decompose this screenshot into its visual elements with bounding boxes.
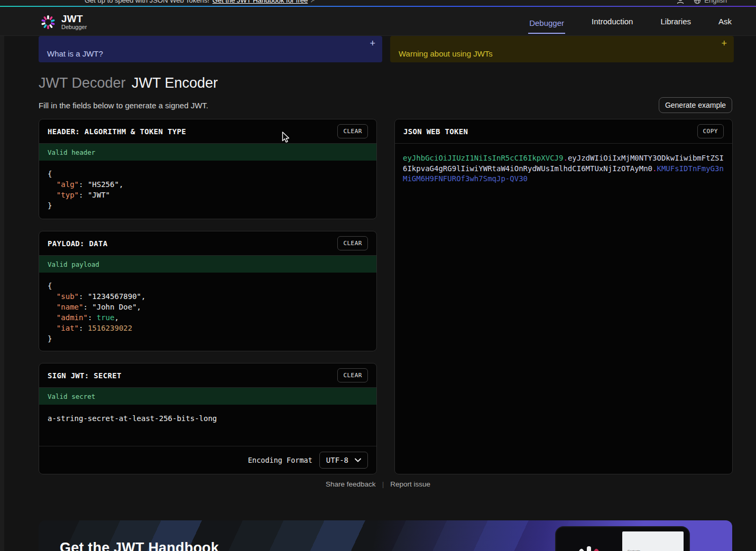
secret-card-title: SIGN JWT: SECRET (48, 371, 122, 380)
payload-card: PAYLOAD: DATA CLEAR Valid payload { "sub… (39, 231, 377, 351)
promo-bar: Get up to speed with JSON Web Tokens!Get… (0, 0, 756, 6)
feedback-separator: | (382, 480, 384, 488)
notice-what-is-jwt[interactable]: What is a JWT? + (39, 36, 382, 62)
logo-title: JWT (61, 14, 87, 24)
handbook-page: Contents (622, 531, 684, 551)
promo-text: Get up to speed with JSON Web Tokens! (85, 0, 209, 4)
payload-clear-button[interactable]: CLEAR (337, 236, 368, 250)
encoding-format-value: UTF-8 (326, 456, 348, 464)
nav-item-introduction[interactable]: Introduction (591, 14, 634, 29)
language-label: English (704, 0, 727, 4)
report-issue-link[interactable]: Report issue (390, 480, 430, 488)
token-copy-button[interactable]: COPY (697, 124, 724, 138)
notice-title: Warning about using JWTs (399, 49, 493, 58)
external-link-icon: ↗ (310, 0, 315, 4)
json-web-token-card: JSON WEB TOKEN COPY eyJhbGciOiJIUzI1NiIs… (394, 119, 733, 474)
payload-json-editor[interactable]: { "sub": "1234567890", "name": "John Doe… (39, 273, 376, 351)
app-header: JWT Debugger Debugger Introduction Libra… (0, 7, 756, 36)
encoding-format-select[interactable]: UTF-8 (319, 452, 368, 469)
main-nav: Debugger Introduction Libraries Ask (528, 7, 733, 36)
encoded-jwt-value: eyJhbGciOiJIUzI1NiIsInR5cCI6IkpXVCJ9.eyJ… (395, 144, 732, 194)
secret-clear-button[interactable]: CLEAR (337, 368, 368, 382)
expand-plus-icon[interactable]: + (370, 38, 375, 49)
header-card-title: HEADER: ALGORITHM & TOKEN TYPE (48, 127, 186, 136)
jwt-logo[interactable]: JWT Debugger (40, 14, 87, 30)
notice-warning-jwts[interactable]: Warning about using JWTs + (390, 36, 734, 62)
jwt-handbook-banner[interactable]: Get the JWT Handbook Contents (39, 520, 732, 551)
chevron-down-icon (355, 458, 361, 462)
header-status-valid: Valid header (39, 144, 376, 161)
globe-icon (694, 0, 701, 4)
page-description: Fill in the fields below to generate a s… (39, 101, 208, 110)
nav-item-debugger[interactable]: Debugger (528, 15, 565, 34)
header-card: HEADER: ALGORITHM & TOKEN TYPE CLEAR Val… (39, 119, 377, 219)
jwt-debugger-page: Get up to speed with JSON Web Tokens!Get… (0, 0, 756, 551)
handbook-heading: Get the JWT Handbook (60, 540, 219, 551)
left-edge-sliver (0, 36, 4, 551)
generate-example-button[interactable]: Generate example (659, 97, 732, 113)
handbook-starburst-icon (572, 542, 606, 551)
token-card-title: JSON WEB TOKEN (403, 127, 468, 136)
language-selector[interactable]: English (694, 0, 727, 4)
logo-subtitle: Debugger (61, 24, 87, 30)
payload-card-title: PAYLOAD: DATA (48, 239, 107, 248)
share-feedback-link[interactable]: Share feedback (326, 480, 376, 488)
secret-status-valid: Valid secret (39, 388, 376, 405)
nav-item-libraries[interactable]: Libraries (659, 14, 692, 29)
tab-jwt-decoder[interactable]: JWT Decoder (39, 75, 126, 91)
header-json-editor[interactable]: { "alg": "HS256", "typ": "JWT"} (39, 161, 376, 219)
nav-item-ask[interactable]: Ask (717, 14, 733, 29)
tab-jwt-encoder[interactable]: JWT Encoder (132, 75, 218, 91)
payload-status-valid: Valid payload (39, 256, 376, 273)
promo-handbook-link[interactable]: Get the JWT Handbook for free (213, 0, 308, 4)
feedback-row: Share feedback | Report issue (0, 480, 756, 488)
encoding-format-label: Encoding Format (248, 456, 312, 464)
secret-card: SIGN JWT: SECRET CLEAR Valid secret a-st… (39, 363, 377, 474)
user-icon[interactable] (677, 0, 684, 4)
header-clear-button[interactable]: CLEAR (337, 124, 368, 138)
expand-plus-icon[interactable]: + (721, 38, 727, 49)
handbook-tablet-image: Contents (556, 527, 689, 551)
secret-input[interactable]: a-string-secret-at-least-256-bits-long (39, 405, 376, 446)
jwt-starburst-icon (40, 14, 56, 30)
notice-title: What is a JWT? (47, 49, 103, 58)
